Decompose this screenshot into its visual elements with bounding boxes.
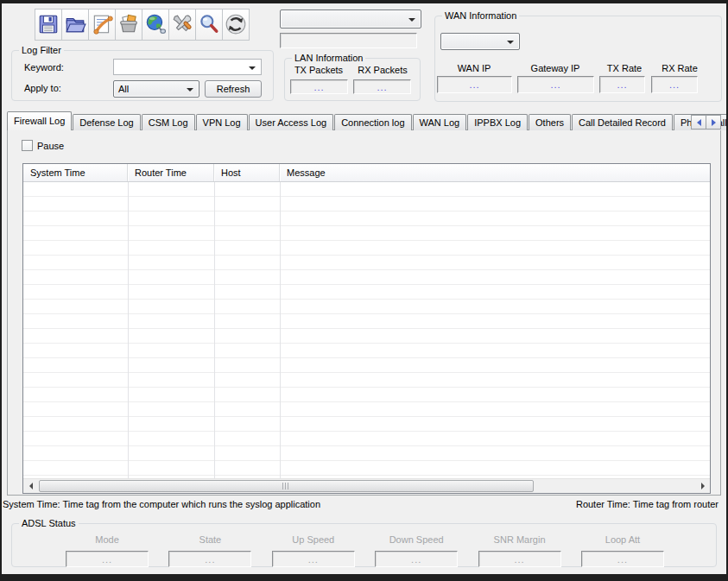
apply-to-select[interactable]: All <box>113 80 199 98</box>
gateway-ip-value: ... <box>517 76 594 93</box>
window-frame-bottom <box>0 574 728 581</box>
column-divider <box>214 182 215 478</box>
adsl-up-speed: Up Speed ... <box>272 534 355 569</box>
up-speed-value: ... <box>272 551 355 567</box>
tab-call-detailed-record[interactable]: Call Detailed Record <box>572 114 673 130</box>
rx-packets-value: ... <box>353 79 411 94</box>
refresh-button-toolbar[interactable] <box>222 9 250 41</box>
log-table-header: System Time Router Time Host Message <box>23 164 710 182</box>
scroll-right-button[interactable] <box>695 479 710 493</box>
lan-information-group: LAN Information TX Packets RX Packets ..… <box>284 58 421 101</box>
tab-vpn-log[interactable]: VPN Log <box>196 114 248 130</box>
horizontal-scrollbar <box>23 478 710 493</box>
down-speed-value: ... <box>375 551 458 567</box>
column-header-host[interactable]: Host <box>214 164 280 181</box>
tab-wan-log[interactable]: WAN Log <box>413 114 467 130</box>
loop-att-value: ... <box>581 551 664 567</box>
pause-label: Pause <box>37 141 64 151</box>
column-header-router-time[interactable]: Router Time <box>128 164 214 181</box>
open-folder-icon <box>64 13 86 37</box>
state-value: ... <box>168 551 251 567</box>
log-tabstrip: Firewall Log Defense Log CSM Log VPN Log… <box>7 112 689 130</box>
log-filter-title: Log Filter <box>19 45 64 56</box>
rx-rate-value: ... <box>651 76 698 93</box>
scrollbar-thumb[interactable] <box>39 480 534 492</box>
snr-margin-label: SNR Margin <box>478 534 561 545</box>
basket-icon <box>117 13 140 37</box>
adsl-state: State ... <box>168 534 251 569</box>
syslog-utility-window: Log Filter Keyword: Apply to: All Refres… <box>0 0 728 581</box>
mode-label: Mode <box>66 534 149 545</box>
log-filter-group: Log Filter Keyword: Apply to: All Refres… <box>11 50 274 101</box>
firewall-log-panel: Pause System Time Router Time Host Messa… <box>7 129 721 496</box>
wan-ip-value: ... <box>437 76 512 93</box>
apply-to-value: All <box>118 84 129 94</box>
adsl-mode: Mode ... <box>66 534 149 569</box>
window-frame-left <box>0 0 2 581</box>
column-header-system-time[interactable]: System Time <box>23 164 128 181</box>
tab-user-access-log[interactable]: User Access Log <box>249 114 334 130</box>
chevron-left-icon <box>29 483 33 489</box>
web-button[interactable] <box>142 9 169 41</box>
column-header-message[interactable]: Message <box>280 164 710 181</box>
toolbar <box>35 9 250 41</box>
adsl-snr-margin: SNR Margin ... <box>478 534 561 569</box>
tab-defense-log[interactable]: Defense Log <box>73 114 140 130</box>
wan-ip-label: WAN IP <box>458 63 491 73</box>
search-button[interactable] <box>195 9 223 41</box>
adsl-status-group: ADSL Status Mode ... State ... Up Speed … <box>11 523 717 567</box>
open-file-button[interactable] <box>61 9 89 41</box>
chevron-down-icon <box>408 18 415 22</box>
scrollbar-track[interactable] <box>38 479 695 493</box>
refresh-button-label: Refresh <box>217 84 250 94</box>
gateway-ip-label: Gateway IP <box>531 63 580 73</box>
call-log-button[interactable] <box>88 9 116 41</box>
lan-information-title: LAN Information <box>292 53 365 64</box>
column-divider <box>128 182 129 478</box>
tab-scroll-buttons <box>691 115 721 129</box>
refresh-button[interactable]: Refresh <box>205 80 262 98</box>
log-table: System Time Router Time Host Message <box>22 163 711 494</box>
keyword-input[interactable] <box>113 59 262 75</box>
rx-rate-label: RX Rate <box>662 63 698 73</box>
apply-to-label: Apply to: <box>24 83 61 93</box>
settings-tools-button[interactable] <box>168 9 196 41</box>
log-table-body[interactable] <box>23 182 710 478</box>
window-frame-top <box>0 0 728 3</box>
device-address-field[interactable] <box>280 33 417 48</box>
tx-packets-value: ... <box>290 79 348 94</box>
tab-others[interactable]: Others <box>529 114 571 130</box>
chevron-right-icon <box>712 119 716 126</box>
save-icon <box>37 13 60 37</box>
save-button[interactable] <box>35 9 62 41</box>
system-time-hint: System Time: Time tag from the computer … <box>3 499 320 509</box>
chevron-left-icon <box>697 119 701 126</box>
adsl-down-speed: Down Speed ... <box>375 534 458 569</box>
chevron-down-icon <box>507 41 514 44</box>
adsl-loop-att: Loop Att ... <box>581 534 664 569</box>
tab-firewall-log[interactable]: Firewall Log <box>7 111 72 130</box>
wan-information-title: WAN Information <box>442 10 519 22</box>
device-selector-combo[interactable] <box>280 9 421 28</box>
tx-rate-value: ... <box>599 76 645 93</box>
tab-scroll-left-button[interactable] <box>691 115 706 129</box>
call-log-icon <box>91 13 113 37</box>
tab-ippbx-log[interactable]: IPPBX Log <box>467 114 528 130</box>
adsl-fields: Mode ... State ... Up Speed ... Down Spe… <box>66 534 664 569</box>
tab-connection-log[interactable]: Connection log <box>334 114 411 130</box>
scroll-left-button[interactable] <box>23 479 38 493</box>
down-speed-label: Down Speed <box>375 534 458 545</box>
tx-rate-label: TX Rate <box>607 63 642 73</box>
clear-basket-button[interactable] <box>115 9 142 41</box>
wan-information-group: WAN Information WAN IP Gateway IP TX Rat… <box>434 16 722 102</box>
chevron-down-icon <box>249 66 256 70</box>
rx-packets-label: RX Packets <box>358 65 407 75</box>
tab-csm-log[interactable]: CSM Log <box>142 114 195 130</box>
checkbox-icon <box>22 140 33 151</box>
tab-scroll-right-button[interactable] <box>706 115 721 129</box>
chevron-right-icon <box>701 483 705 489</box>
wan-selector-combo[interactable] <box>440 33 520 50</box>
pause-checkbox[interactable]: Pause <box>22 140 64 151</box>
network-globe-icon <box>144 13 167 37</box>
mode-value: ... <box>66 551 149 567</box>
